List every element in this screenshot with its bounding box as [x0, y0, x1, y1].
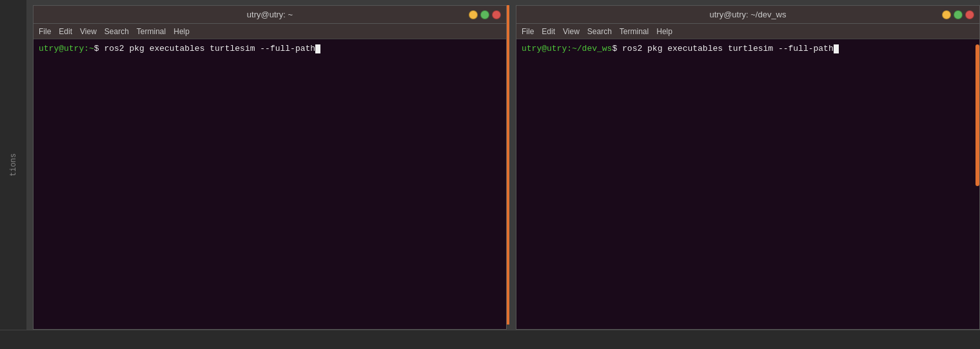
- menu-search-right[interactable]: Search: [587, 27, 612, 36]
- cursor-right: [834, 44, 839, 53]
- window-controls-right: [942, 10, 974, 19]
- close-button-right[interactable]: [965, 10, 974, 19]
- prompt-user-right: utry@utry:: [522, 43, 572, 55]
- terminal-left-title: utry@utry: ~: [247, 10, 293, 19]
- terminal-left: utry@utry: ~ File Edit View Search Termi…: [33, 5, 507, 330]
- menu-bar-right: File Edit View Search Terminal Help: [516, 24, 979, 39]
- prompt-user-left: utry@utry:: [39, 43, 89, 55]
- maximize-button-left[interactable]: [480, 10, 489, 19]
- menu-terminal-right[interactable]: Terminal: [620, 27, 649, 36]
- sidebar-label: tions: [9, 153, 18, 176]
- terminal-right-titlebar: utry@utry: ~/dev_ws: [516, 6, 979, 24]
- left-sidebar-strip: tions: [0, 0, 26, 330]
- terminal-left-body[interactable]: utry@utry:~$ ros2 pkg executables turtle…: [34, 39, 506, 329]
- bottom-bar: [0, 330, 980, 349]
- menu-view-right[interactable]: View: [563, 27, 580, 36]
- minimize-button-left[interactable]: [469, 10, 478, 19]
- terminal-left-titlebar: utry@utry: ~: [34, 6, 506, 24]
- close-button-left[interactable]: [492, 10, 501, 19]
- window-controls-left: [469, 10, 501, 19]
- prompt-command-right: ros2 pkg executables turtlesim --full-pa…: [617, 43, 833, 55]
- scroll-indicator-right[interactable]: [975, 44, 979, 186]
- prompt-dollar-left: $: [94, 43, 99, 55]
- menu-edit-left[interactable]: Edit: [59, 27, 72, 36]
- terminal-right-body[interactable]: utry@utry:~/dev_ws$ ros2 pkg executables…: [516, 39, 979, 329]
- menu-bar-left: File Edit View Search Terminal Help: [34, 24, 506, 39]
- prompt-line-left: utry@utry:~$ ros2 pkg executables turtle…: [39, 43, 501, 55]
- terminals-container: utry@utry: ~ File Edit View Search Termi…: [26, 0, 980, 330]
- terminal-right: utry@utry: ~/dev_ws File Edit View Searc…: [516, 5, 980, 330]
- menu-terminal-left[interactable]: Terminal: [137, 27, 166, 36]
- menu-file-left[interactable]: File: [39, 27, 51, 36]
- prompt-dollar-right: $: [612, 43, 617, 55]
- prompt-path-right: ~/dev_ws: [572, 43, 612, 55]
- terminal-right-title: utry@utry: ~/dev_ws: [709, 10, 786, 19]
- menu-help-right[interactable]: Help: [656, 27, 672, 36]
- cursor-left: [315, 44, 320, 53]
- terminals-row: tions utry@utry: ~ File Edit View: [0, 0, 980, 330]
- menu-view-left[interactable]: View: [80, 27, 97, 36]
- vertical-divider: [507, 5, 509, 325]
- minimize-button-right[interactable]: [942, 10, 951, 19]
- prompt-line-right: utry@utry:~/dev_ws$ ros2 pkg executables…: [522, 43, 974, 55]
- desktop: tions utry@utry: ~ File Edit View: [0, 0, 980, 349]
- prompt-command-left: ros2 pkg executables turtlesim --full-pa…: [99, 43, 315, 55]
- maximize-button-right[interactable]: [954, 10, 963, 19]
- menu-edit-right[interactable]: Edit: [542, 27, 555, 36]
- prompt-path-left: ~: [89, 43, 94, 55]
- menu-help-left[interactable]: Help: [173, 27, 190, 36]
- menu-search-left[interactable]: Search: [104, 27, 129, 36]
- menu-file-right[interactable]: File: [522, 27, 534, 36]
